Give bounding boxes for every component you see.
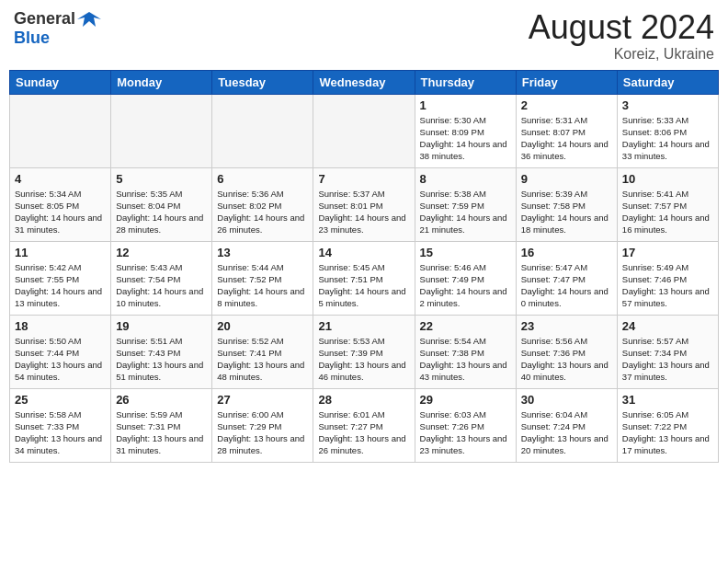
day-number: 28	[318, 393, 409, 407]
cell-info: Sunrise: 5:35 AMSunset: 8:04 PMDaylight:…	[116, 188, 207, 236]
days-header-row: SundayMondayTuesdayWednesdayThursdayFrid…	[10, 70, 719, 94]
calendar-cell: 6Sunrise: 5:36 AMSunset: 8:02 PMDaylight…	[212, 167, 313, 241]
header-friday: Friday	[516, 70, 617, 94]
calendar-cell: 30Sunrise: 6:04 AMSunset: 7:24 PMDayligh…	[516, 388, 617, 462]
day-number: 24	[622, 319, 713, 333]
calendar-cell: 7Sunrise: 5:37 AMSunset: 8:01 PMDaylight…	[313, 167, 415, 241]
day-number: 25	[15, 393, 106, 407]
calendar-cell: 16Sunrise: 5:47 AMSunset: 7:47 PMDayligh…	[516, 241, 617, 315]
day-number: 26	[116, 393, 207, 407]
calendar-cell	[111, 94, 212, 167]
day-number: 10	[622, 172, 713, 186]
day-number: 21	[318, 319, 409, 333]
calendar-cell: 15Sunrise: 5:46 AMSunset: 7:49 PMDayligh…	[415, 241, 516, 315]
day-number: 9	[521, 172, 612, 186]
calendar-cell: 25Sunrise: 5:58 AMSunset: 7:33 PMDayligh…	[10, 388, 111, 462]
calendar-cell: 21Sunrise: 5:53 AMSunset: 7:39 PMDayligh…	[313, 315, 415, 388]
week-row-3: 11Sunrise: 5:42 AMSunset: 7:55 PMDayligh…	[10, 241, 719, 315]
day-number: 30	[521, 393, 612, 407]
header-monday: Monday	[111, 70, 212, 94]
header-wednesday: Wednesday	[313, 70, 415, 94]
day-number: 8	[420, 172, 511, 186]
day-number: 27	[217, 393, 308, 407]
cell-info: Sunrise: 5:41 AMSunset: 7:57 PMDaylight:…	[622, 188, 713, 236]
cell-info: Sunrise: 5:53 AMSunset: 7:39 PMDaylight:…	[318, 335, 409, 384]
calendar-cell: 3Sunrise: 5:33 AMSunset: 8:06 PMDaylight…	[617, 94, 718, 167]
calendar-cell: 23Sunrise: 5:56 AMSunset: 7:36 PMDayligh…	[516, 315, 617, 388]
header-thursday: Thursday	[415, 70, 516, 94]
calendar-cell: 31Sunrise: 6:05 AMSunset: 7:22 PMDayligh…	[617, 388, 718, 462]
cell-info: Sunrise: 6:01 AMSunset: 7:27 PMDaylight:…	[318, 408, 409, 457]
calendar-cell: 28Sunrise: 6:01 AMSunset: 7:27 PMDayligh…	[313, 388, 415, 462]
cell-info: Sunrise: 5:37 AMSunset: 8:01 PMDaylight:…	[318, 188, 409, 236]
calendar-cell: 10Sunrise: 5:41 AMSunset: 7:57 PMDayligh…	[617, 167, 718, 241]
day-number: 7	[318, 172, 409, 186]
cell-info: Sunrise: 5:42 AMSunset: 7:55 PMDaylight:…	[15, 261, 106, 310]
calendar-table: SundayMondayTuesdayWednesdayThursdayFrid…	[9, 70, 719, 463]
day-number: 12	[116, 246, 207, 259]
calendar-cell: 20Sunrise: 5:52 AMSunset: 7:41 PMDayligh…	[212, 315, 313, 388]
calendar-cell: 4Sunrise: 5:34 AMSunset: 8:05 PMDaylight…	[10, 167, 111, 241]
week-row-4: 18Sunrise: 5:50 AMSunset: 7:44 PMDayligh…	[10, 315, 719, 388]
day-number: 15	[420, 246, 511, 259]
cell-info: Sunrise: 5:46 AMSunset: 7:49 PMDaylight:…	[420, 261, 511, 310]
cell-info: Sunrise: 5:36 AMSunset: 8:02 PMDaylight:…	[217, 188, 308, 236]
week-row-2: 4Sunrise: 5:34 AMSunset: 8:05 PMDaylight…	[10, 167, 719, 241]
day-number: 19	[116, 319, 207, 333]
logo-blue-text: Blue	[14, 29, 50, 47]
page-header: General Blue August 2024 Koreiz, Ukraine	[9, 9, 719, 63]
calendar-cell: 18Sunrise: 5:50 AMSunset: 7:44 PMDayligh…	[10, 315, 111, 388]
svg-marker-0	[77, 12, 101, 27]
day-number: 5	[116, 172, 207, 186]
cell-info: Sunrise: 6:03 AMSunset: 7:26 PMDaylight:…	[420, 408, 511, 457]
day-number: 14	[318, 246, 409, 259]
day-number: 13	[217, 246, 308, 259]
location-subtitle: Koreiz, Ukraine	[529, 46, 714, 63]
calendar-cell	[212, 94, 313, 167]
calendar-cell	[10, 94, 111, 167]
cell-info: Sunrise: 5:59 AMSunset: 7:31 PMDaylight:…	[116, 408, 207, 457]
calendar-cell: 1Sunrise: 5:30 AMSunset: 8:09 PMDaylight…	[415, 94, 516, 167]
day-number: 2	[521, 98, 612, 112]
cell-info: Sunrise: 5:39 AMSunset: 7:58 PMDaylight:…	[521, 188, 612, 236]
calendar-cell: 13Sunrise: 5:44 AMSunset: 7:52 PMDayligh…	[212, 241, 313, 315]
cell-info: Sunrise: 5:58 AMSunset: 7:33 PMDaylight:…	[15, 408, 106, 457]
logo-bird-icon	[77, 10, 101, 29]
calendar-cell: 26Sunrise: 5:59 AMSunset: 7:31 PMDayligh…	[111, 388, 212, 462]
header-saturday: Saturday	[617, 70, 718, 94]
cell-info: Sunrise: 5:30 AMSunset: 8:09 PMDaylight:…	[420, 114, 511, 163]
week-row-1: 1Sunrise: 5:30 AMSunset: 8:09 PMDaylight…	[10, 94, 719, 167]
cell-info: Sunrise: 5:56 AMSunset: 7:36 PMDaylight:…	[521, 335, 612, 384]
day-number: 22	[420, 319, 511, 333]
cell-info: Sunrise: 5:49 AMSunset: 7:46 PMDaylight:…	[622, 261, 713, 310]
calendar-cell: 9Sunrise: 5:39 AMSunset: 7:58 PMDaylight…	[516, 167, 617, 241]
cell-info: Sunrise: 5:45 AMSunset: 7:51 PMDaylight:…	[318, 261, 409, 310]
calendar-cell: 2Sunrise: 5:31 AMSunset: 8:07 PMDaylight…	[516, 94, 617, 167]
day-number: 20	[217, 319, 308, 333]
header-sunday: Sunday	[10, 70, 111, 94]
calendar-cell: 5Sunrise: 5:35 AMSunset: 8:04 PMDaylight…	[111, 167, 212, 241]
cell-info: Sunrise: 5:43 AMSunset: 7:54 PMDaylight:…	[116, 261, 207, 310]
day-number: 17	[622, 246, 713, 259]
calendar-cell: 8Sunrise: 5:38 AMSunset: 7:59 PMDaylight…	[415, 167, 516, 241]
cell-info: Sunrise: 5:51 AMSunset: 7:43 PMDaylight:…	[116, 335, 207, 384]
calendar-cell: 29Sunrise: 6:03 AMSunset: 7:26 PMDayligh…	[415, 388, 516, 462]
calendar-cell: 12Sunrise: 5:43 AMSunset: 7:54 PMDayligh…	[111, 241, 212, 315]
calendar-cell: 24Sunrise: 5:57 AMSunset: 7:34 PMDayligh…	[617, 315, 718, 388]
calendar-cell: 27Sunrise: 6:00 AMSunset: 7:29 PMDayligh…	[212, 388, 313, 462]
cell-info: Sunrise: 5:34 AMSunset: 8:05 PMDaylight:…	[15, 188, 106, 236]
calendar-cell: 11Sunrise: 5:42 AMSunset: 7:55 PMDayligh…	[10, 241, 111, 315]
day-number: 11	[15, 246, 106, 259]
day-number: 4	[15, 172, 106, 186]
day-number: 18	[15, 319, 106, 333]
calendar-cell: 22Sunrise: 5:54 AMSunset: 7:38 PMDayligh…	[415, 315, 516, 388]
cell-info: Sunrise: 5:44 AMSunset: 7:52 PMDaylight:…	[217, 261, 308, 310]
logo-general-text: General	[14, 9, 75, 29]
cell-info: Sunrise: 6:04 AMSunset: 7:24 PMDaylight:…	[521, 408, 612, 457]
calendar-cell: 17Sunrise: 5:49 AMSunset: 7:46 PMDayligh…	[617, 241, 718, 315]
day-number: 1	[420, 98, 511, 112]
logo: General Blue	[14, 9, 101, 48]
month-year-title: August 2024	[529, 9, 714, 46]
day-number: 31	[622, 393, 713, 407]
cell-info: Sunrise: 6:00 AMSunset: 7:29 PMDaylight:…	[217, 408, 308, 457]
